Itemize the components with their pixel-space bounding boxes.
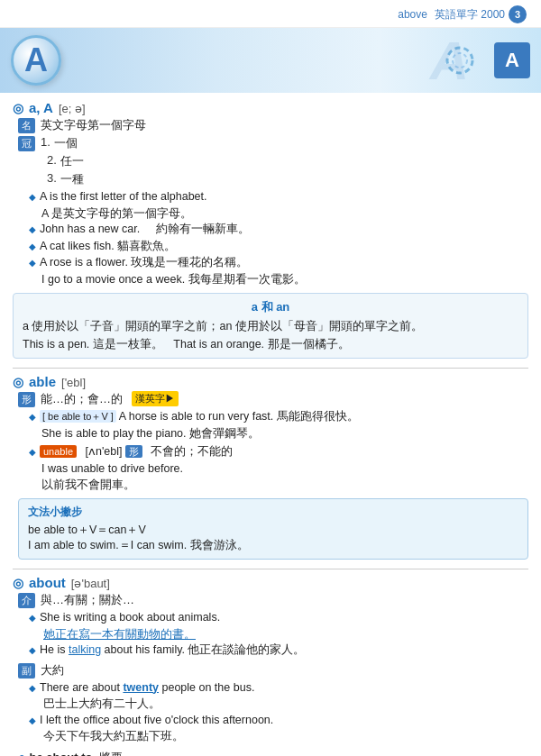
spiral-decoration <box>444 44 476 77</box>
pron-able: ['ebl] <box>61 376 86 389</box>
unable-pron: [ʌn'ebl] <box>86 445 123 458</box>
pos-adv: 冠 <box>18 136 35 151</box>
about-ex-1-2-zh: 他正在談論他的家人。 <box>188 643 305 656</box>
a-an-ex2: That is an orange. 那是一個橘子。 <box>173 338 349 351</box>
unable-pos: 形 <box>125 445 142 458</box>
bullet-able: ◎ <box>13 375 23 389</box>
entry-a: ◎ a, A [e; ə] 名 英文字母第一個字母 冠 1. 一個 2. 任一 <box>13 100 528 359</box>
def-text-1: 一個 <box>54 135 78 151</box>
about-ex-1-2: ◆ He is talking about his family. 他正在談論他… <box>29 642 528 659</box>
about-d2: ◆ <box>29 645 36 655</box>
a-badge: A <box>494 42 530 78</box>
divider-2 <box>13 569 528 569</box>
able-grammar-bracket: [ be able to＋V ] <box>40 410 116 423</box>
be-about-label: be about to 將要 <box>29 750 123 757</box>
header-series: 英語單字 2000 <box>435 7 505 23</box>
pos-text-about-2: 大約 <box>41 662 64 679</box>
ex-a-3: ◆ A cat likes fish. 貓喜歡魚。 <box>29 239 528 255</box>
word-a: a, A <box>29 100 53 115</box>
a-banner: A A A <box>0 28 541 93</box>
pos-about-2: 副 <box>18 663 35 679</box>
grammar-ex-en: I am able to swim.＝I can swim. <box>28 539 187 551</box>
ex-a-4: ◆ A rose is a flower. 玫瑰是一種花的名稱。 <box>29 255 528 271</box>
ex-a-5-zh: 我每星期看一次電影。 <box>188 273 306 286</box>
ex-a-4-en: A rose is a flower. 玫瑰是一種花的名稱。 <box>40 255 248 271</box>
ex-a-2-en: John has a new car. 約翰有一輛新車。 <box>40 222 250 238</box>
def-text-3: 一種 <box>60 171 84 187</box>
entry-able: ◎ able ['ebl] 形 能…的；會…的 漢英字▶ ◆ [ be able… <box>13 374 528 560</box>
about-ex-1-1-en: She is writing a book about animals. <box>40 610 220 626</box>
be-about-dot: ● <box>18 750 25 757</box>
pos-text-able: 能…的；會…的 <box>41 391 123 407</box>
page-number: 3 <box>509 5 527 23</box>
a-an-section: a 和 an a 使用於以「子音」開頭的單字之前；an 使用於以「母音」開頭的單… <box>13 293 528 359</box>
pos-label-a: 名 <box>18 118 35 133</box>
able-ex-1-en: A horse is able to run very fast. <box>119 410 274 423</box>
svg-point-0 <box>447 48 472 73</box>
word-about: about <box>29 575 66 590</box>
ex-a-1-en: A is the first letter of the alphabet. <box>40 189 207 205</box>
pos-about-1: 介 <box>18 593 35 608</box>
about-ex-1-zh-text: 她正在寫一本有關動物的書。 <box>43 628 196 641</box>
pos-able: 形 <box>18 392 35 407</box>
a-an-title: a 和 an <box>23 299 518 315</box>
def-row-about-2: 副 大約 <box>18 662 528 679</box>
def-block-about-1: 介 與…有關；關於… ◆ She is writing a book about… <box>18 592 528 756</box>
word-title-a: ◎ a, A [e; ə] <box>13 100 528 115</box>
unable-ex-zh: 以前我不會開車。 <box>41 478 528 493</box>
bullet-about: ◎ <box>13 576 23 590</box>
ex-a-2: ◆ John has a new car. 約翰有一輛新車。 <box>29 222 528 238</box>
about-ex-2-2: ◆ I left the office about five o'clock t… <box>29 713 528 729</box>
header-label: above <box>398 8 427 21</box>
able-ex-2-text: She is able to play the piano. 她會彈鋼琴。 <box>41 426 260 442</box>
ex-a-3-zh: 貓喜歡魚。 <box>117 240 176 252</box>
about-d4: ◆ <box>29 715 36 725</box>
unable-ex: I was unable to drive before. <box>29 461 528 478</box>
able-ex-2-zh: 她會彈鋼琴。 <box>189 427 260 440</box>
about-ex-2-1: ◆ There are about twenty people on the b… <box>29 680 528 697</box>
able-examples: ◆ [ be able to＋V ] A horse is able to ru… <box>29 409 528 493</box>
a-an-examples: This is a pen. 這是一枝筆。 That is an orange.… <box>23 337 518 352</box>
def-row-pos-a: 名 英文字母第一個字母 <box>18 117 528 133</box>
diamond-icon: ◆ <box>29 192 36 202</box>
unable-label: unable <box>40 445 77 458</box>
letter-circle: A <box>11 35 61 86</box>
diamond-icon-3: ◆ <box>29 241 36 251</box>
grammar-box: 文法小撇步 be able to＋V＝can＋V I am able to sw… <box>18 498 528 560</box>
about-ex-2: ◆ There are about twenty people on the b… <box>29 680 528 745</box>
ex-a-1-zh: A 是英文字母的第一個字母。 <box>41 206 528 223</box>
be-about-block: ● be about to 將要 [ be about to＋V ] ◆ The… <box>18 750 528 757</box>
def-3: 3. 一種 <box>18 171 528 187</box>
def-2: 2. 任一 <box>18 153 528 169</box>
main-content: ◎ a, A [e; ə] 名 英文字母第一個字母 冠 1. 一個 2. 任一 <box>0 93 541 756</box>
hanyu-label[interactable]: 漢英字▶ <box>132 391 179 406</box>
about-ex-1-2-text: He is talking about his family. 他正在談論他的家… <box>40 642 305 659</box>
pron-about: [ə'baut] <box>71 577 110 590</box>
about-ex-2-1-zh: 巴士上大約有二十人。 <box>43 697 528 713</box>
ex-a-3-en: A cat likes fish. 貓喜歡魚。 <box>40 239 176 255</box>
unable-text: unable [ʌn'ebl] 形 不會的；不能的 <box>40 444 233 460</box>
def-text-2: 任一 <box>60 153 84 169</box>
def-row-able: 形 能…的；會…的 漢英字▶ <box>18 391 528 407</box>
examples-a: ◆ A is the first letter of the alphabet.… <box>29 189 528 287</box>
be-about-line: ● be about to 將要 <box>18 750 528 757</box>
about-ex-2-2-en: I left the office about five o'clock thi… <box>40 713 273 729</box>
def-row-about-1: 介 與…有關；關於… <box>18 592 528 608</box>
grammar-box-content: be able to＋V＝can＋V <box>28 523 518 538</box>
about-ex-2-1-en: There are about twenty people on the bus… <box>40 680 254 697</box>
ex-a-5-en: I go to a movie once a week. 我每星期看一次電影。 <box>41 272 306 288</box>
def-block-a: 名 英文字母第一個字母 冠 1. 一個 2. 任一 3. 一種 <box>18 117 528 287</box>
ex-a-2-zh: 約翰有一輛新車。 <box>156 223 250 235</box>
able-diamond-1: ◆ <box>29 412 36 422</box>
num-1: 1. <box>41 135 50 149</box>
diamond-icon-4: ◆ <box>29 258 36 268</box>
def-block-able: 形 能…的；會…的 漢英字▶ ◆ [ be able to＋V ] A hors… <box>18 391 528 560</box>
able-ex-1: ◆ [ be able to＋V ] A horse is able to ru… <box>29 409 528 425</box>
ex-a-4-zh: 玫瑰是一種花的名稱。 <box>131 256 248 269</box>
able-ex-2-en: She is able to play the piano. <box>41 427 187 440</box>
about-d3: ◆ <box>29 683 36 693</box>
unable-ex-en: I was unable to drive before. <box>41 461 183 478</box>
divider-1 <box>13 368 528 369</box>
ex-a-1: ◆ A is the first letter of the alphabet. <box>29 189 528 205</box>
twenty-word: twenty <box>123 681 159 694</box>
